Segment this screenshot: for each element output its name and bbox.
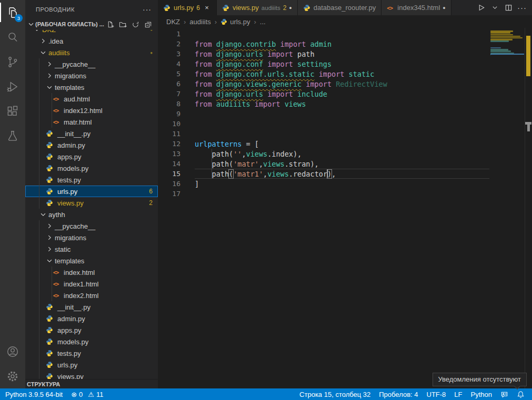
minimap-line	[490, 32, 510, 33]
tree-file-views.py[interactable]: views.py2	[25, 197, 158, 209]
tree-folder-DKZ[interactable]: DKZ●	[25, 30, 158, 35]
tree-file-views.py[interactable]: views.py	[25, 371, 158, 379]
line-number: 5	[158, 69, 180, 79]
code-area[interactable]: 12from django.contrib import admin3from …	[158, 28, 489, 388]
code-line-content[interactable]	[195, 119, 489, 129]
code-line-content[interactable]: from django.contrib import admin	[195, 39, 489, 49]
split-editor-icon[interactable]	[503, 2, 514, 14]
code-line-content[interactable]: ]	[195, 179, 489, 189]
python-file-icon	[45, 326, 54, 334]
status-feedback[interactable]	[496, 388, 513, 400]
breadcrumb-item[interactable]: DKZ	[166, 18, 180, 26]
tree-file-index.html[interactable]: <>index.html	[25, 266, 158, 278]
tree-folder-__pycache__[interactable]: __pycache__	[25, 58, 158, 70]
tree-file-__init__.py[interactable]: __init__.py	[25, 301, 158, 313]
tab-views.py[interactable]: views.pyaudiiits2●	[217, 0, 298, 15]
tree-file-index2.html[interactable]: <>index2.html	[25, 290, 158, 301]
tree-file-index1.html[interactable]: <>index1.html	[25, 278, 158, 290]
code-token: import	[302, 80, 336, 88]
code-token: urlpatterns	[195, 140, 242, 148]
activity-item-explorer[interactable]: 3	[0, 0, 25, 25]
overview-warning-marker	[526, 36, 530, 76]
tree-file-apps.py[interactable]: apps.py	[25, 324, 158, 336]
breadcrumb-item[interactable]: urls.py	[220, 18, 250, 26]
code-line-content[interactable]: from audiiits import views	[195, 99, 489, 109]
python-file-icon	[220, 18, 228, 25]
code-line-content[interactable]	[195, 189, 489, 199]
workspace-section-header[interactable]: (РАБОЧАЯ ОБЛАСТЬ) ...	[25, 18, 158, 30]
sidebar-more-icon[interactable]: ···	[143, 5, 152, 14]
tree-file-__init__.py[interactable]: __init__.py	[25, 128, 158, 139]
status-problems[interactable]: ⊗0⚠11	[67, 388, 107, 400]
minimap[interactable]	[490, 29, 524, 57]
refresh-icon[interactable]	[131, 19, 140, 29]
ellipsis-icon[interactable]: ···	[516, 2, 528, 14]
tree-file-admin.py[interactable]: admin.py	[25, 313, 158, 324]
status-cursor-position[interactable]: Строка 15, столбец 32	[294, 388, 375, 400]
tree-folder-__pycache__[interactable]: __pycache__	[25, 220, 158, 232]
outline-section-header[interactable]: СТРУКТУРА	[25, 379, 158, 388]
collapse-all-icon[interactable]	[143, 19, 153, 29]
tree-file-matr.html[interactable]: <>matr.html	[25, 116, 158, 128]
tree-file-aud.html[interactable]: <>aud.html	[25, 93, 158, 105]
tree-file-urls.py[interactable]: urls.py	[25, 359, 158, 371]
tree-folder-migrations[interactable]: migrations	[25, 70, 158, 81]
tree-file-models.py[interactable]: models.py	[25, 162, 158, 174]
problems-badge: 6	[149, 188, 158, 195]
activity-item-source-control[interactable]	[0, 49, 25, 74]
code-line-content[interactable]	[195, 29, 489, 39]
status-indentation[interactable]: Пробелов: 4	[375, 388, 422, 400]
python-file-icon	[163, 4, 171, 12]
tree-folder-templates[interactable]: templates	[25, 81, 158, 93]
tree-file-tests.py[interactable]: tests.py	[25, 347, 158, 359]
breadcrumb-item[interactable]: audiiits	[189, 18, 210, 26]
tab-urls.py[interactable]: urls.py6×	[158, 0, 217, 15]
line-number: 15	[158, 169, 180, 179]
status-language-mode[interactable]: Python	[467, 388, 496, 400]
code-editor[interactable]: 12from django.contrib import admin3from …	[158, 28, 532, 388]
close-icon[interactable]: ×	[203, 4, 211, 12]
play-icon[interactable]	[475, 2, 487, 14]
code-line-content[interactable]: from django.conf.urls.static import stat…	[195, 69, 489, 79]
tree-folder-.idea[interactable]: .idea	[25, 35, 158, 47]
activity-item-settings[interactable]	[0, 364, 25, 388]
tree-file-index12.html[interactable]: <>index12.html	[25, 105, 158, 116]
code-line-content[interactable]: from django.urls import include	[195, 89, 489, 99]
activity-item-run-and-debug[interactable]	[0, 74, 25, 99]
chevron-right-icon	[39, 37, 47, 45]
activity-item-extensions[interactable]	[0, 99, 25, 124]
tab-database_roouter.py[interactable]: database_roouter.py	[298, 0, 382, 15]
status-eol[interactable]: LF	[450, 388, 466, 400]
tree-folder-templates[interactable]: templates	[25, 255, 158, 266]
tree-file-tests.py[interactable]: tests.py	[25, 174, 158, 186]
code-line-content[interactable]: path('matr1',views.redactor),	[195, 169, 489, 179]
code-line-content[interactable]: urlpatterns = [	[195, 139, 489, 149]
tree-folder-static[interactable]: static	[25, 243, 158, 255]
activity-item-testing[interactable]	[0, 124, 25, 148]
scrollbar[interactable]	[525, 28, 532, 388]
new-folder-icon[interactable]	[118, 19, 127, 29]
code-line-content[interactable]: from django.conf import settings	[195, 59, 489, 69]
tree-folder-migrations[interactable]: migrations	[25, 232, 158, 243]
tree-folder-audiiits[interactable]: audiiits●	[25, 47, 158, 58]
tree-file-models.py[interactable]: models.py	[25, 336, 158, 347]
status-encoding[interactable]: UTF-8	[423, 388, 450, 400]
tree-file-apps.py[interactable]: apps.py	[25, 151, 158, 162]
code-line-content[interactable]: path('matr',views.stran),	[195, 159, 489, 169]
new-file-icon[interactable]	[105, 19, 115, 29]
tree-file-admin.py[interactable]: admin.py	[25, 139, 158, 151]
code-line-content[interactable]	[195, 109, 489, 119]
status-python-interpreter[interactable]: Python 3.9.5 64-bit	[0, 388, 67, 400]
code-line-content[interactable]: from django.views.generic import Redirec…	[195, 79, 489, 89]
tree-file-urls.py[interactable]: urls.py6	[25, 186, 158, 197]
code-line-content[interactable]	[195, 129, 489, 139]
chevron-down-icon[interactable]	[489, 2, 500, 14]
status-notifications[interactable]	[513, 388, 529, 400]
activity-item-accounts[interactable]	[0, 339, 25, 364]
tree-folder-aythh[interactable]: aythh	[25, 209, 158, 220]
breadcrumb-item[interactable]: ...	[260, 18, 266, 26]
code-line-content[interactable]: from django.urls import path	[195, 49, 489, 59]
activity-item-search[interactable]	[0, 25, 25, 49]
code-line-content[interactable]: path('',views.index),	[195, 149, 489, 159]
tab-index345.html[interactable]: <>index345.html●	[382, 0, 451, 15]
